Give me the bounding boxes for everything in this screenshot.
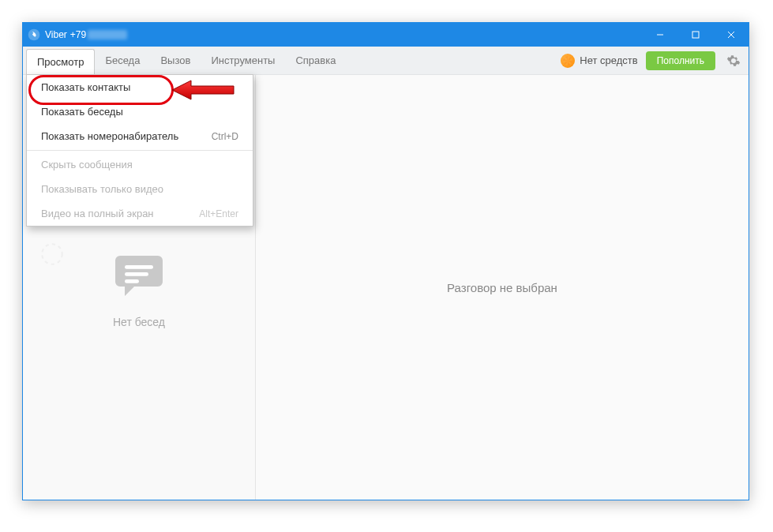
no-chats-label: Нет бесед [113,316,165,328]
close-button[interactable] [713,23,749,47]
menu-call[interactable]: Вызов [150,48,201,73]
sidebar-ghost-icon [39,241,66,271]
svg-rect-7 [125,272,148,276]
dd-fullscreen-shortcut: Alt+Enter [199,208,238,219]
viber-icon [23,28,45,41]
dd-hide-messages: Скрыть сообщения [27,152,253,177]
chat-bubble-icon [111,246,167,306]
menu-tools[interactable]: Инструменты [201,48,285,73]
menubar: Просмотр Беседа Вызов Инструменты Справк… [23,47,749,75]
svg-rect-8 [125,279,139,283]
title-phone-prefix: +79 [70,29,86,40]
balance-area[interactable]: Нет средств [561,54,637,68]
dd-show-chats[interactable]: Показать беседы [27,99,253,124]
main-area: Разговор не выбран [256,75,749,500]
menu-chat[interactable]: Беседа [95,48,150,73]
menu-view[interactable]: Просмотр [26,49,95,74]
dd-show-contacts-label: Показать контакты [41,81,130,93]
topup-button[interactable]: Пополнить [646,51,715,70]
dd-show-chats-label: Показать беседы [41,106,123,118]
orange-icon [561,54,575,68]
dd-show-dialer-shortcut: Ctrl+D [212,131,238,142]
title-phone-blurred [88,30,127,39]
maximize-button[interactable] [677,23,713,47]
balance-label: Нет средств [580,54,637,66]
svg-rect-2 [692,32,699,38]
dd-show-contacts[interactable]: Показать контакты [27,75,253,99]
dd-show-dialer[interactable]: Показать номеронабиратель Ctrl+D [27,124,253,148]
dd-show-dialer-label: Показать номеронабиратель [41,130,178,142]
title-app: Viber [45,29,67,40]
svg-rect-6 [125,265,153,269]
dd-video-only-label: Показывать только видео [41,183,163,195]
dd-hide-messages-label: Скрыть сообщения [41,159,133,170]
dd-fullscreen-video: Видео на полный экран Alt+Enter [27,201,253,226]
titlebar: Viber +79 [23,23,749,47]
settings-button[interactable] [722,49,745,73]
dd-video-only: Показывать только видео [27,177,253,201]
view-dropdown: Показать контакты Показать беседы Показа… [26,74,253,227]
dd-fullscreen-video-label: Видео на полный экран [41,208,154,219]
minimize-button[interactable] [642,23,677,47]
dd-separator [27,150,253,151]
svg-point-5 [42,244,62,264]
menu-help[interactable]: Справка [285,48,346,73]
no-conversation-label: Разговор не выбран [447,281,557,294]
